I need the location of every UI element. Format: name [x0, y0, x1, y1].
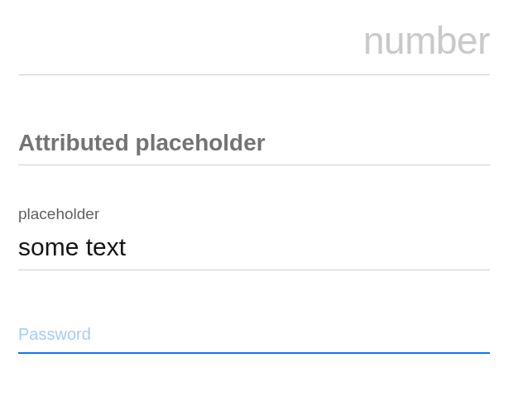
attributed-field-container — [18, 125, 490, 165]
labeled-field-label: placeholder — [18, 205, 490, 223]
password-input[interactable] — [18, 320, 490, 354]
password-field-container — [18, 320, 490, 354]
number-field-container — [18, 0, 490, 75]
number-input[interactable] — [18, 8, 490, 75]
labeled-field-container: placeholder — [18, 205, 490, 270]
attributed-placeholder-input[interactable] — [18, 125, 490, 165]
labeled-text-input[interactable] — [18, 228, 490, 270]
